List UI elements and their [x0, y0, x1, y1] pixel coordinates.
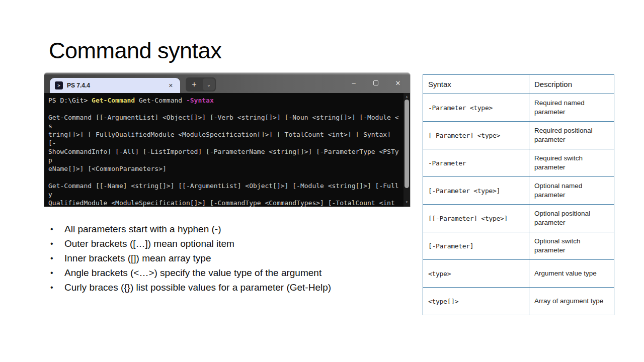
description-cell: Optional switch parameter [529, 232, 614, 260]
terminal-scrollbar[interactable]: ▲ ▼ [404, 93, 410, 207]
table-row: [-Parameter] Optional switch parameter [423, 232, 614, 260]
chevron-down-icon[interactable]: ⌄ [203, 78, 215, 90]
bullet-icon: • [50, 224, 64, 234]
table-row: -Parameter <type> Required named paramet… [423, 94, 614, 122]
bullet-text: Inner brackets ([]) mean array type [64, 253, 211, 263]
new-tab-button-group: + ⌄ [186, 77, 216, 92]
minimize-icon: – [352, 79, 355, 87]
new-tab-button[interactable]: + [187, 78, 202, 90]
terminal-window: > PS 7.4.4 ✕ + ⌄ – ✕ PS D:\Git> Get-Comm… [44, 73, 410, 207]
description-cell: Array of argument type [529, 288, 614, 315]
table-row: <type[]> Array of argument type [423, 288, 614, 315]
maximize-icon [373, 80, 378, 85]
powershell-icon: > [55, 81, 63, 89]
column-header-syntax: Syntax [423, 75, 529, 94]
close-icon: ✕ [395, 79, 401, 87]
scroll-down-icon[interactable]: ▼ [404, 200, 410, 205]
description-cell: Optional positional parameter [529, 205, 614, 232]
list-item: • Inner brackets ([]) mean array type [50, 253, 403, 263]
description-cell: Optional named parameter [529, 177, 614, 205]
list-item: • Curly braces ({}) list possible values… [50, 282, 403, 293]
scroll-up-icon[interactable]: ▲ [404, 94, 410, 99]
close-button[interactable]: ✕ [387, 73, 409, 93]
terminal-prompt-line: PS D:\Git> Get-Command Get-Command -Synt… [48, 96, 400, 105]
bullet-list: • All parameters start with a hyphen (-)… [50, 224, 403, 297]
bullet-text: All parameters start with a hyphen (-) [64, 224, 221, 234]
scrollbar-thumb[interactable] [405, 100, 409, 188]
terminal-blank-line [48, 173, 400, 182]
list-item: • Angle brackets (<…>) specify the value… [50, 267, 403, 278]
description-cell: Required switch parameter [529, 149, 614, 177]
syntax-cell: <type> [423, 260, 529, 288]
syntax-cell: [-Parameter] [423, 232, 529, 260]
syntax-reference-table: Syntax Description -Parameter <type> Req… [423, 74, 614, 315]
list-item: • All parameters start with a hyphen (-) [50, 224, 403, 234]
column-header-description: Description [529, 75, 614, 94]
tab-close-icon[interactable]: ✕ [167, 81, 175, 90]
bullet-text: Angle brackets (<…>) specify the value t… [64, 267, 321, 278]
syntax-cell: [[-Parameter] <type>] [423, 205, 529, 232]
table-row: [[-Parameter] <type>] Optional positiona… [423, 205, 614, 232]
prompt-command: Get-Command [92, 97, 135, 104]
description-cell: Required named parameter [529, 94, 614, 122]
page-title: Command syntax [49, 38, 221, 63]
window-controls: – ✕ [343, 73, 409, 93]
minimize-button[interactable]: – [343, 73, 365, 93]
syntax-cell: -Parameter <type> [423, 94, 529, 122]
terminal-tab-ps744[interactable]: > PS 7.4.4 ✕ [50, 78, 180, 93]
slide-canvas: Command syntax > PS 7.4.4 ✕ + ⌄ – ✕ PS D… [0, 0, 644, 362]
syntax-cell: <type[]> [423, 288, 529, 315]
syntax-cell: -Parameter [423, 149, 529, 177]
terminal-output-area: PS D:\Git> Get-Command Get-Command -Synt… [44, 93, 410, 207]
terminal-tab-title: PS 7.4.4 [67, 82, 163, 89]
terminal-syntax-block-1: Get-Command [[-ArgumentList] <Object[]>]… [48, 113, 400, 173]
prompt-argument: Get-Command [135, 97, 186, 104]
bullet-icon: • [50, 267, 64, 278]
terminal-syntax-block-2: Get-Command [[-Name] <string[]>] [[-Argu… [48, 182, 400, 207]
table-row: -Parameter Required switch parameter [423, 149, 614, 177]
table-row: <type> Argument value type [423, 260, 614, 288]
table-row: [-Parameter] <type> Required positional … [423, 122, 614, 149]
prompt-path: PS D:\Git> [48, 97, 92, 104]
bullet-text: Outer brackets ([…]) mean optional item [64, 238, 234, 249]
description-cell: Argument value type [529, 260, 614, 288]
syntax-cell: [-Parameter <type>] [423, 177, 529, 205]
table-header-row: Syntax Description [423, 75, 614, 94]
description-cell: Required positional parameter [529, 122, 614, 149]
syntax-cell: [-Parameter] <type> [423, 122, 529, 149]
list-item: • Outer brackets ([…]) mean optional ite… [50, 238, 403, 249]
table-row: [-Parameter <type>] Optional named param… [423, 177, 614, 205]
bullet-icon: • [50, 282, 64, 293]
bullet-text: Curly braces ({}) list possible values f… [64, 282, 331, 293]
terminal-blank-line [48, 105, 400, 113]
bullet-icon: • [50, 253, 64, 263]
terminal-titlebar: > PS 7.4.4 ✕ + ⌄ – ✕ [44, 73, 410, 93]
maximize-button[interactable] [365, 73, 387, 93]
prompt-parameter: -Syntax [186, 97, 214, 104]
bullet-icon: • [50, 238, 64, 249]
